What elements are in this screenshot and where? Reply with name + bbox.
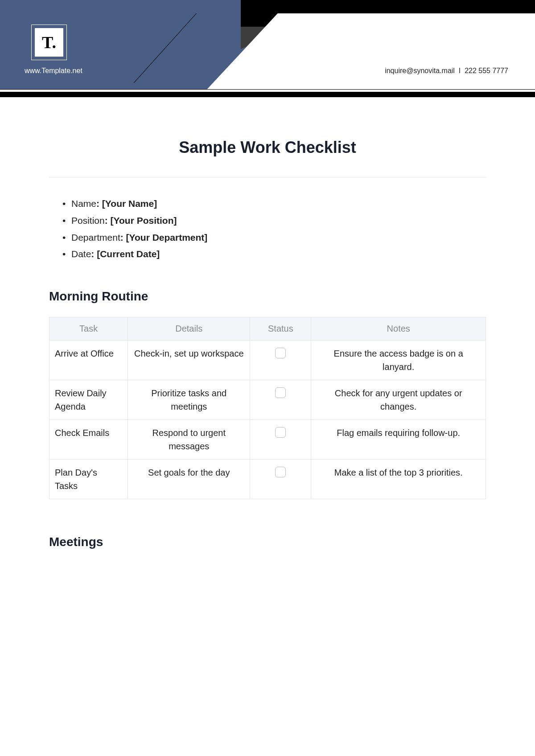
info-item-name: Name: [Your Name] xyxy=(62,195,486,212)
cell-task: Plan Day's Tasks xyxy=(49,460,128,499)
page-header: T. www.Template.net inquire@synovita.mai… xyxy=(0,0,535,89)
cell-task: Review Daily Agenda xyxy=(49,380,128,420)
cell-notes: Flag emails requiring follow-up. xyxy=(311,420,486,460)
col-notes: Notes xyxy=(311,317,486,341)
contact-email: inquire@synovita.mail xyxy=(385,67,455,74)
cell-task: Check Emails xyxy=(49,420,128,460)
col-status: Status xyxy=(250,317,311,341)
cell-details: Check-in, set up workspace xyxy=(128,341,250,380)
cell-notes: Make a list of the top 3 priorities. xyxy=(311,460,486,499)
info-list: Name: [Your Name] Position: [Your Positi… xyxy=(62,195,486,263)
cell-status xyxy=(250,460,311,499)
checkbox[interactable] xyxy=(275,467,286,477)
checkbox[interactable] xyxy=(275,427,286,438)
section-heading-meetings: Meetings xyxy=(49,535,486,549)
col-task: Task xyxy=(49,317,128,341)
morning-routine-table: Task Details Status Notes Arrive at Offi… xyxy=(49,317,486,499)
cell-notes: Ensure the access badge is on a lanyard. xyxy=(311,341,486,380)
table-row: Plan Day's Tasks Set goals for the day M… xyxy=(49,460,486,499)
logo: T. xyxy=(31,25,67,60)
info-item-position: Position: [Your Position] xyxy=(62,212,486,229)
cell-task: Arrive at Office xyxy=(49,341,128,380)
page-title: Sample Work Checklist xyxy=(49,138,486,157)
table-row: Check Emails Respond to urgent messages … xyxy=(49,420,486,460)
table-row: Review Daily Agenda Prioritize tasks and… xyxy=(49,380,486,420)
table-header-row: Task Details Status Notes xyxy=(49,317,486,341)
contact-info: inquire@synovita.mail I 222 555 7777 xyxy=(385,67,508,75)
title-divider xyxy=(49,177,486,177)
section-heading-morning: Morning Routine xyxy=(49,289,486,304)
cell-details: Set goals for the day xyxy=(128,460,250,499)
col-details: Details xyxy=(128,317,250,341)
cell-details: Prioritize tasks and meetings xyxy=(128,380,250,420)
divider-thin xyxy=(0,89,535,90)
site-url: www.Template.net xyxy=(25,67,82,75)
table-row: Arrive at Office Check-in, set up worksp… xyxy=(49,341,486,380)
cell-notes: Check for any urgent updates or changes. xyxy=(311,380,486,420)
cell-details: Respond to urgent messages xyxy=(128,420,250,460)
logo-text: T. xyxy=(35,28,63,57)
divider-thick xyxy=(0,92,535,97)
cell-status xyxy=(250,420,311,460)
info-item-date: Date: [Current Date] xyxy=(62,246,486,263)
document-content: Sample Work Checklist Name: [Your Name] … xyxy=(49,125,486,563)
checkbox[interactable] xyxy=(275,387,286,398)
contact-phone: 222 555 7777 xyxy=(465,67,508,74)
cell-status xyxy=(250,380,311,420)
info-item-department: Department: [Your Department] xyxy=(62,229,486,246)
cell-status xyxy=(250,341,311,380)
checkbox[interactable] xyxy=(275,348,286,358)
